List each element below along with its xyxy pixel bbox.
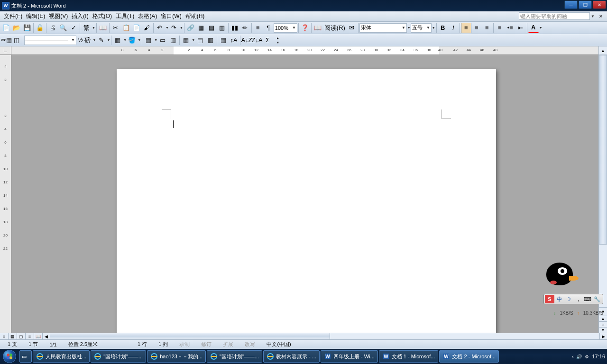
sort-asc-button[interactable]: A↓Z [241, 35, 252, 46]
print-preview-button[interactable]: 🔍 [58, 23, 68, 33]
scroll-left-button[interactable]: ◀ [43, 333, 50, 339]
vertical-ruler[interactable]: ∟ 42246810121416182022 [0, 46, 11, 333]
size-arrow[interactable]: ▼ [432, 26, 435, 29]
autoformat-button[interactable]: ▦ [218, 35, 229, 46]
menu-file[interactable]: 文件(F) [2, 11, 24, 21]
cut-button[interactable]: ✂ [110, 23, 121, 33]
horizontal-scrollbar[interactable]: ◀ ▶ [43, 333, 607, 339]
taskbar-item[interactable]: "国培计划"——... [207, 350, 262, 363]
tray-icon[interactable]: ⚙ [585, 354, 589, 359]
sort-desc-button[interactable]: Z↓A [252, 35, 262, 46]
tab-selector[interactable]: ∟ [0, 46, 11, 55]
font-color-button[interactable]: A [528, 23, 539, 33]
doc-map-button[interactable]: ≡ [253, 23, 263, 33]
border-color-dropdown[interactable]: ▼ [107, 38, 110, 42]
menu-help[interactable]: 帮助(H) [184, 11, 207, 21]
redo-button[interactable]: ↷ [169, 23, 179, 33]
line-style-combo[interactable]: ▼ [24, 36, 76, 45]
line-weight-dropdown[interactable]: ▼ [92, 38, 96, 42]
clock[interactable]: 17:16 [592, 354, 605, 359]
taskbar-item[interactable]: W文档 1 - Microsof... [379, 350, 439, 363]
menu-table[interactable]: 表格(A) [136, 11, 159, 21]
numbering-button[interactable]: ≡ [495, 23, 505, 33]
line-weight-combo[interactable]: ½ 磅 [76, 35, 92, 46]
hscroll-thumb[interactable] [50, 333, 330, 339]
status-lang[interactable]: 中文(中国) [261, 341, 296, 348]
help-close-button[interactable]: ✕ [598, 13, 604, 19]
close-button[interactable]: ✕ [593, 0, 606, 9]
ime-punct-button[interactable]: ， [573, 295, 583, 303]
ime-sogou-icon[interactable]: S [545, 295, 554, 303]
page[interactable] [117, 69, 496, 333]
menu-tools[interactable]: 工具(T) [114, 11, 136, 21]
status-rev[interactable]: 修订 [195, 341, 217, 348]
drawing-button[interactable]: ✏ [240, 23, 250, 33]
menu-view[interactable]: 视图(V) [47, 11, 70, 21]
font-color-dropdown[interactable]: ▼ [539, 26, 543, 29]
status-rec[interactable]: 录制 [174, 341, 195, 348]
reading-view-button[interactable]: 📖 [34, 333, 43, 339]
permissions-button[interactable]: 🔓 [35, 23, 45, 33]
split-cells-button[interactable]: ▥ [168, 35, 178, 46]
insert-table-dropdown[interactable]: ▼ [154, 38, 157, 42]
scroll-up-button[interactable]: ▲ [599, 46, 607, 55]
taskbar-item[interactable]: W四年级上册 - Wi... [321, 350, 378, 363]
ime-toolbar[interactable]: S 中 ☽ ， ⌨ 🔧 [543, 294, 603, 304]
font-size-combo[interactable]: 五号▼ [411, 23, 432, 33]
distribute-rows-button[interactable]: ▤ [195, 35, 205, 46]
align-cells-button[interactable]: ▦ [181, 35, 191, 46]
undo-button[interactable]: ↶ [155, 23, 165, 33]
system-tray[interactable]: ‹ 🔊 ⚙ 17:16 [572, 354, 605, 359]
menu-window[interactable]: 窗口(W) [159, 11, 183, 21]
tables-borders-button[interactable]: ▦ [196, 23, 206, 33]
traditional-simplified-button[interactable]: 繁 [81, 23, 92, 33]
start-button[interactable] [0, 349, 19, 364]
print-button[interactable]: 🖨 [47, 23, 58, 33]
ime-moon-icon[interactable]: ☽ [564, 295, 573, 303]
open-button[interactable]: 📂 [11, 23, 22, 33]
quick-launch-desktop[interactable]: ▭ [19, 350, 32, 363]
minimize-button[interactable]: ─ [564, 0, 578, 9]
paste-button[interactable]: 📄 [131, 23, 142, 33]
columns-button[interactable]: ▮▮ [230, 23, 240, 33]
taskbar-item[interactable]: "国培计划"——... [91, 350, 146, 363]
text-direction-button[interactable]: ↕A [229, 35, 239, 46]
ime-chinese-button[interactable]: 中 [554, 295, 564, 303]
vertical-scrollbar[interactable]: ▲ ▼ ▲ ○ ▼ [598, 46, 607, 333]
shading-dropdown[interactable]: ▼ [138, 38, 141, 42]
horizontal-ruler[interactable]: 8642246810121416182022242628303234363840… [11, 46, 607, 55]
align-left-button[interactable]: ≡ [461, 23, 471, 33]
ts-dropdown[interactable]: ▼ [92, 26, 95, 29]
menu-format[interactable]: 格式(O) [91, 11, 114, 21]
autosum-button[interactable]: Σ [262, 35, 273, 46]
font-arrow[interactable]: ▼ [407, 26, 411, 29]
taskbar-item[interactable]: W文档 2 - Microsof... [439, 350, 499, 363]
undo-dropdown[interactable]: ▼ [166, 26, 169, 29]
status-ext[interactable]: 扩展 [217, 341, 239, 348]
qq-penguin-assistant[interactable] [544, 262, 579, 288]
new-doc-button[interactable]: 📄 [1, 23, 11, 33]
status-page-of[interactable]: 1/1 [44, 342, 62, 347]
merge-cells-button[interactable]: ▭ [157, 35, 168, 46]
tray-icon[interactable]: 🔊 [576, 354, 582, 359]
borders-dropdown[interactable]: ▼ [123, 38, 127, 42]
help-search-dropdown[interactable]: ▼ [591, 14, 595, 18]
outline-view-button[interactable]: ≡ [26, 333, 34, 339]
help-search-input[interactable] [519, 12, 590, 20]
save-button[interactable]: 💾 [22, 23, 32, 33]
status-col[interactable]: 1 列 [153, 341, 174, 348]
eraser-button[interactable]: ◫ [11, 35, 22, 46]
font-combo[interactable]: 宋体▼ [359, 23, 407, 33]
bullets-button[interactable]: •≡ [505, 23, 515, 33]
align-right-button[interactable]: ≡ [482, 23, 492, 33]
show-marks-button[interactable]: ¶ [263, 23, 274, 33]
menu-insert[interactable]: 插入(I) [70, 11, 90, 21]
print-layout-button[interactable]: ▢ [17, 333, 26, 339]
status-section[interactable]: 1 节 [23, 341, 44, 348]
ime-settings-button[interactable]: 🔧 [592, 295, 602, 303]
excel-button[interactable]: ▥ [217, 23, 227, 33]
taskbar-item[interactable]: 人民教育出版社... [33, 350, 90, 363]
help-button[interactable]: ❓ [300, 23, 310, 33]
status-ovr[interactable]: 改写 [239, 341, 261, 348]
reading-layout-icon[interactable]: 📖 [313, 23, 323, 33]
